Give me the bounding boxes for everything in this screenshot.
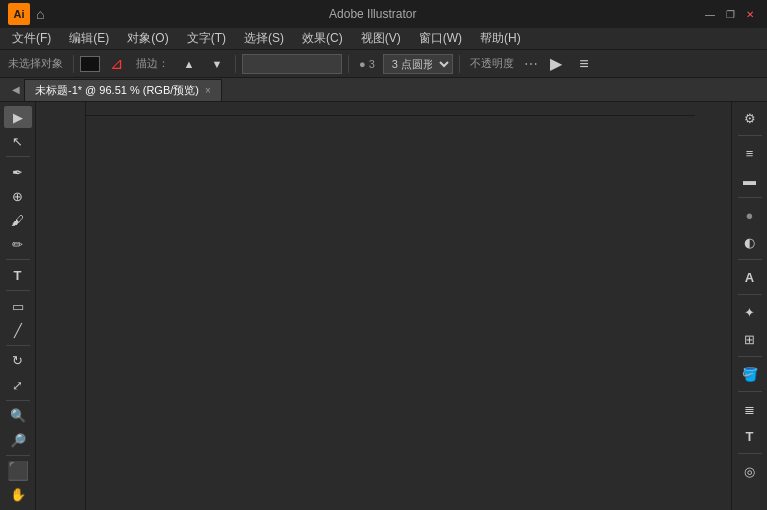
right-panel: ⚙ ≡ ▬ ● ◐ A ✦ ⊞ 🪣 ≣ T ◎ (731, 102, 767, 510)
right-sep-1 (738, 135, 762, 136)
stroke-label: 描边： (132, 56, 173, 71)
app-logo: Ai (8, 3, 30, 25)
right-sep-3 (738, 259, 762, 260)
right-sep-5 (738, 356, 762, 357)
right-settings-icon[interactable]: ⚙ (736, 106, 764, 130)
menu-edit[interactable]: 编辑(E) (61, 28, 117, 49)
anchor-tool-btn[interactable]: ⊕ (4, 185, 32, 207)
paint-panel-icon[interactable]: 🪣 (736, 362, 764, 386)
ruler-top (86, 102, 695, 116)
brush-preset-icon[interactable]: ⊿ (104, 53, 128, 75)
color-icon[interactable]: ● (736, 203, 764, 227)
pen-tool-btn[interactable]: ✒ (4, 161, 32, 183)
window-controls: — ❐ ✕ (701, 6, 759, 22)
stroke-down-btn[interactable]: ▼ (205, 53, 229, 75)
character-panel-icon[interactable]: A (736, 265, 764, 289)
brush-size-label: ● 3 (355, 58, 379, 70)
tool-sep-5 (6, 400, 30, 401)
tool-sep-1 (6, 156, 30, 157)
menu-view[interactable]: 视图(V) (353, 28, 409, 49)
no-selection-label: 未选择对象 (4, 56, 67, 71)
menu-object[interactable]: 对象(O) (119, 28, 176, 49)
scale-btn[interactable]: ⤢ (4, 374, 32, 396)
grid-panel-icon[interactable]: ⊞ (736, 327, 764, 351)
right-sep-2 (738, 197, 762, 198)
stroke-value-input[interactable] (242, 54, 342, 74)
fill-btn[interactable]: ⬛ (4, 460, 32, 482)
brush-panel-icon[interactable]: ◎ (736, 459, 764, 483)
paintbrush-btn[interactable]: 🖌 (4, 209, 32, 231)
hand-btn[interactable]: ✋ (4, 484, 32, 506)
pencil-btn[interactable]: ✏ (4, 233, 32, 255)
text-tool-btn[interactable]: T (4, 264, 32, 286)
home-icon[interactable]: ⌂ (36, 6, 44, 22)
rectangle-btn[interactable]: ▭ (4, 295, 32, 317)
menu-effect[interactable]: 效果(C) (294, 28, 351, 49)
line-btn[interactable]: ╱ (4, 319, 32, 341)
tab-scroll-left[interactable]: ◀ (8, 82, 24, 97)
menu-bar: 文件(F) 编辑(E) 对象(O) 文字(T) 选择(S) 效果(C) 视图(V… (0, 28, 767, 50)
menu-help[interactable]: 帮助(H) (472, 28, 529, 49)
tab-close-btn[interactable]: × (205, 85, 211, 96)
tab-bar: ◀ 未标题-1* @ 96.51 % (RGB/预览) × (0, 78, 767, 102)
eyedropper-btn[interactable]: 🔍 (4, 405, 32, 427)
options-icon[interactable]: ≡ (572, 53, 596, 75)
menu-select[interactable]: 选择(S) (236, 28, 292, 49)
minimize-button[interactable]: — (701, 6, 719, 22)
ruler-left (72, 102, 86, 510)
selection-tool-btn[interactable]: ▶ (4, 106, 32, 128)
right-sep-7 (738, 453, 762, 454)
tool-sep-6 (6, 455, 30, 456)
transform-icon[interactable]: ▬ (736, 168, 764, 192)
toolbar-sep-4 (459, 55, 460, 73)
left-toolbar: ▶ ↖ ✒ ⊕ 🖌 ✏ T ▭ ╱ ↻ ⤢ 🔍 🔎 ⬛ ✋ (0, 102, 36, 510)
document-tab[interactable]: 未标题-1* @ 96.51 % (RGB/预览) × (24, 79, 222, 101)
layers-icon[interactable]: ≣ (736, 397, 764, 421)
zoom-btn[interactable]: 🔎 (4, 429, 32, 451)
toolbar-sep-2 (235, 55, 236, 73)
toolbar-sep-1 (73, 55, 74, 73)
menu-file[interactable]: 文件(F) (4, 28, 59, 49)
stroke-up-btn[interactable]: ▲ (177, 53, 201, 75)
panel-toggle-icon[interactable]: ▶ (544, 53, 568, 75)
close-button[interactable]: ✕ (741, 6, 759, 22)
tool-sep-2 (6, 259, 30, 260)
window-title: Adobe Illustrator (50, 7, 695, 21)
symbol-panel-icon[interactable]: ✦ (736, 300, 764, 324)
options-toolbar: 未选择对象 ⊿ 描边： ▲ ▼ ● 3 3 点圆形 不透明度 ⋯ ▶ ≡ (0, 50, 767, 78)
menu-type[interactable]: 文字(T) (179, 28, 234, 49)
fill-color-box[interactable] (80, 56, 100, 72)
maximize-button[interactable]: ❐ (721, 6, 739, 22)
gradient-icon[interactable]: ◐ (736, 230, 764, 254)
menu-window[interactable]: 窗口(W) (411, 28, 470, 49)
tool-sep-4 (6, 345, 30, 346)
toolbar-sep-3 (348, 55, 349, 73)
right-sep-4 (738, 294, 762, 295)
direct-select-btn[interactable]: ↖ (4, 130, 32, 152)
title-bar: Ai ⌂ Adobe Illustrator — ❐ ✕ (0, 0, 767, 28)
opacity-label: 不透明度 (466, 56, 518, 71)
canvas-wrapper: 520 520 520 520 (36, 102, 731, 510)
brush-shape-select[interactable]: 3 点圆形 (383, 54, 453, 74)
tool-sep-3 (6, 290, 30, 291)
align-icon[interactable]: ≡ (736, 141, 764, 165)
right-sep-6 (738, 391, 762, 392)
tab-title: 未标题-1* @ 96.51 % (RGB/预览) (35, 83, 199, 98)
main-area: ▶ ↖ ✒ ⊕ 🖌 ✏ T ▭ ╱ ↻ ⤢ 🔍 🔎 ⬛ ✋ (0, 102, 767, 510)
type-panel-icon[interactable]: T (736, 424, 764, 448)
rotate-btn[interactable]: ↻ (4, 350, 32, 372)
toolbar-dots-1: ⋯ (522, 56, 540, 72)
